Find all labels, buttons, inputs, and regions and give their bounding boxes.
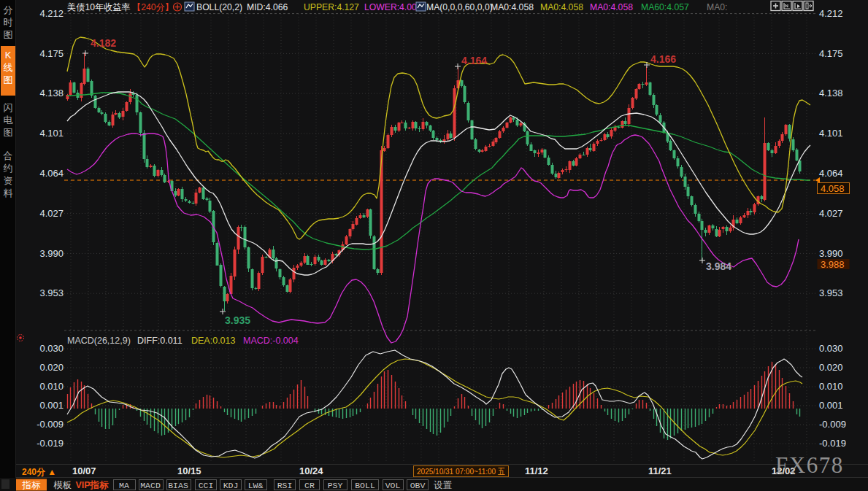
svg-text:4.138: 4.138 xyxy=(819,88,843,98)
svg-text:0.020: 0.020 xyxy=(39,362,64,373)
svg-text:11/21: 11/21 xyxy=(648,465,672,476)
svg-text:-0.019: -0.019 xyxy=(37,438,64,449)
svg-text:图: 图 xyxy=(4,29,13,40)
svg-text:约: 约 xyxy=(4,163,13,174)
svg-text:美债10年收益率: 美债10年收益率 xyxy=(67,2,131,12)
svg-text:K: K xyxy=(5,50,12,61)
svg-text:OBV: OBV xyxy=(410,481,426,490)
svg-text:3.935: 3.935 xyxy=(225,314,250,326)
svg-text:MA(0,0,0,60,0,0): MA(0,0,0,60,0,0) xyxy=(426,2,493,12)
svg-text:4.027: 4.027 xyxy=(819,208,843,219)
svg-text:VIP指标: VIP指标 xyxy=(75,480,109,490)
svg-text:4.175: 4.175 xyxy=(39,48,64,59)
svg-text:DEA:0.013: DEA:0.013 xyxy=(191,336,236,346)
svg-text:3.990: 3.990 xyxy=(819,248,843,259)
svg-text:4.027: 4.027 xyxy=(39,208,64,219)
svg-text:CCI: CCI xyxy=(199,481,214,490)
svg-text:0.010: 0.010 xyxy=(819,381,843,392)
svg-text:LW&: LW& xyxy=(248,481,264,490)
svg-text:0.001: 0.001 xyxy=(819,400,843,411)
svg-text:-0.009: -0.009 xyxy=(819,419,846,430)
svg-text:0.010: 0.010 xyxy=(39,381,64,392)
svg-text:3.990: 3.990 xyxy=(39,248,64,259)
svg-text:MACD(26,12,9): MACD(26,12,9) xyxy=(67,336,131,346)
svg-text:线: 线 xyxy=(4,62,13,73)
svg-text:分: 分 xyxy=(4,4,13,15)
svg-text:LOWER:4.004: LOWER:4.004 xyxy=(364,2,422,12)
svg-text:4.182: 4.182 xyxy=(91,37,116,49)
svg-text:-0.009: -0.009 xyxy=(37,419,64,430)
svg-text:-0.019: -0.019 xyxy=(819,438,846,449)
svg-text:4.138: 4.138 xyxy=(39,88,64,98)
svg-text:2025/10/31 07:00~11:00 五: 2025/10/31 07:00~11:00 五 xyxy=(417,467,505,476)
svg-text:MID:4.066: MID:4.066 xyxy=(247,2,288,12)
svg-text:设置: 设置 xyxy=(434,480,453,490)
svg-text:3.953: 3.953 xyxy=(39,287,64,298)
svg-text:MA0:4.058: MA0:4.058 xyxy=(491,2,534,12)
svg-text:MA0:: MA0: xyxy=(707,2,727,12)
svg-text:资: 资 xyxy=(4,175,13,186)
svg-text:0.030: 0.030 xyxy=(819,343,843,354)
svg-text:3.984: 3.984 xyxy=(706,260,731,272)
svg-text:11/12: 11/12 xyxy=(525,465,548,476)
svg-text:4.164: 4.164 xyxy=(461,55,487,66)
svg-text:0.001: 0.001 xyxy=(39,400,64,411)
svg-text:合: 合 xyxy=(4,150,13,161)
svg-text:10/07: 10/07 xyxy=(72,465,96,476)
svg-text:4.058: 4.058 xyxy=(821,183,845,194)
svg-text:电: 电 xyxy=(4,115,13,125)
svg-text:BOLL(20,2): BOLL(20,2) xyxy=(196,2,242,12)
svg-text:指标: 指标 xyxy=(22,480,42,490)
svg-text:【240分】: 【240分】 xyxy=(132,2,174,12)
svg-text:10/15: 10/15 xyxy=(177,465,201,476)
svg-text:DIFF:0.011: DIFF:0.011 xyxy=(137,336,183,346)
svg-text:MA0:4.058: MA0:4.058 xyxy=(540,2,583,12)
svg-text:4.175: 4.175 xyxy=(819,48,843,59)
svg-text:MACD: MACD xyxy=(140,481,161,490)
svg-text:UPPER:4.127: UPPER:4.127 xyxy=(304,2,359,12)
svg-text:0.030: 0.030 xyxy=(39,343,64,354)
svg-text:4.166: 4.166 xyxy=(650,53,676,65)
svg-text:MACD:-0.004: MACD:-0.004 xyxy=(243,336,299,346)
svg-text:4.212: 4.212 xyxy=(39,8,64,19)
svg-text:CR: CR xyxy=(304,481,315,490)
svg-text:4.101: 4.101 xyxy=(39,128,64,139)
svg-text:BOLL: BOLL xyxy=(355,481,375,490)
svg-text:图: 图 xyxy=(4,74,13,85)
svg-text:240分 ▲: 240分 ▲ xyxy=(22,467,56,477)
svg-text:图: 图 xyxy=(4,127,13,138)
svg-text:模板: 模板 xyxy=(53,480,72,490)
svg-text:4.064: 4.064 xyxy=(39,168,64,179)
svg-text:0.020: 0.020 xyxy=(819,362,843,373)
svg-text:FX678: FX678 xyxy=(775,452,844,478)
svg-text:4.212: 4.212 xyxy=(819,8,843,19)
svg-text:BIAS: BIAS xyxy=(168,481,188,490)
svg-text:MA60:4.057: MA60:4.057 xyxy=(641,2,689,12)
svg-text:时: 时 xyxy=(4,17,13,28)
svg-text:MA0:4.058: MA0:4.058 xyxy=(590,2,633,12)
svg-text:4.064: 4.064 xyxy=(819,168,843,179)
svg-text:RSI: RSI xyxy=(277,481,293,490)
svg-text:3.953: 3.953 xyxy=(819,287,843,298)
svg-text:闪: 闪 xyxy=(4,102,13,113)
svg-text:KDJ: KDJ xyxy=(223,481,239,490)
svg-text:料: 料 xyxy=(4,187,13,198)
svg-text:MA: MA xyxy=(119,481,129,490)
svg-text:3.988: 3.988 xyxy=(821,259,845,270)
svg-text:PSY: PSY xyxy=(328,481,343,490)
svg-text:10/24: 10/24 xyxy=(299,465,323,476)
svg-text:VOL: VOL xyxy=(385,481,401,490)
svg-text:4.101: 4.101 xyxy=(819,128,843,139)
